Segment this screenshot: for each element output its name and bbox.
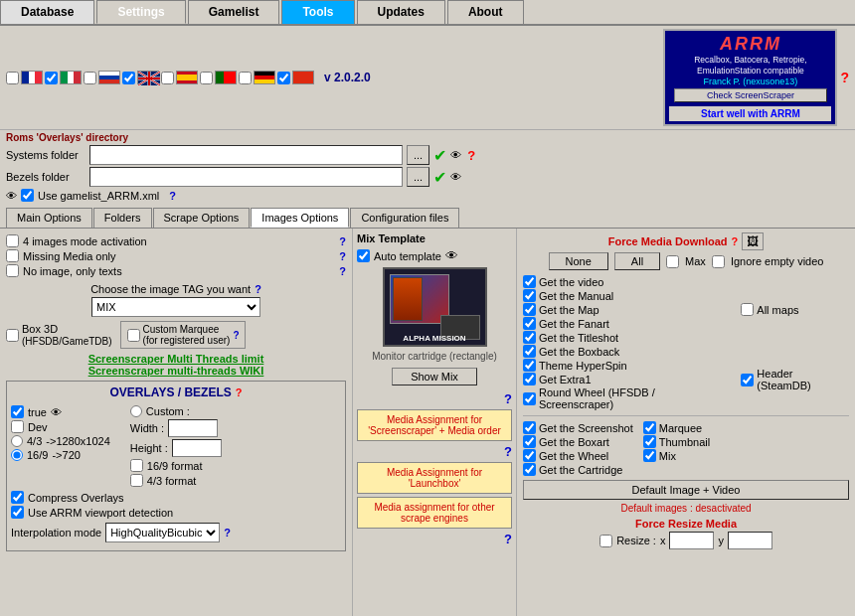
bezels-eye-icon[interactable]: 👁 [450,171,461,183]
viewport-checkbox[interactable] [11,506,24,519]
tab-main-options[interactable]: Main Options [6,208,92,228]
xml-eye-icon[interactable]: 👁 [6,190,17,202]
screenscraper-threads-link[interactable]: Screenscraper Multi Threads limit [6,353,346,365]
media-wheel-checkbox[interactable] [523,449,536,462]
media-marquee-checkbox[interactable] [643,421,656,434]
media-allmaps-checkbox[interactable] [741,303,754,316]
tab-database[interactable]: Database [0,0,94,24]
media-thumbnail-checkbox[interactable] [643,435,656,448]
tab-tools[interactable]: Tools [281,0,354,24]
tab-updates[interactable]: Updates [357,0,445,24]
media-boxback-checkbox[interactable] [523,345,536,358]
media-cartridge-checkbox[interactable] [523,463,536,476]
systems-folder-input[interactable]: e:\share\roms [89,145,403,165]
flag-checkbox-1[interactable] [6,72,19,84]
systems-help-icon[interactable]: ? [467,148,475,163]
width-label: Width : [130,422,164,434]
flag-checkbox-2[interactable] [45,72,58,84]
resize-x-input[interactable]: 640 [669,532,714,549]
resize-checkbox[interactable] [599,535,612,547]
width-input[interactable]: 1366 [168,419,218,437]
tab-settings[interactable]: Settings [96,0,185,24]
option-4images-help[interactable]: ? [339,235,346,247]
bezels-folder-input[interactable]: e:\share\ [89,167,403,187]
format169-checkbox[interactable] [130,459,143,472]
arrm-link[interactable]: Franck P. (nexusone13) [669,77,831,86]
media-mix-checkbox[interactable] [643,449,656,462]
main-content: 4 images mode activation ? Missing Media… [0,228,855,616]
option-noimage-checkbox[interactable] [6,264,19,277]
force-none-button[interactable]: None [549,252,608,270]
assign-screenscraper-button[interactable]: Media Assignment for 'Screenscraper' + M… [357,409,512,441]
systems-browse-button[interactable]: ... [407,145,429,165]
format43-checkbox[interactable] [130,474,143,487]
media-titleshot-checkbox[interactable] [523,331,536,344]
flag-checkbox-3[interactable] [84,72,96,84]
tab-config-files[interactable]: Configuration files [350,208,459,228]
screenscraper-wiki-link[interactable]: Screenscraper multi-threads WIKI [6,365,346,377]
assign-other-button[interactable]: Media assignment for other scrape engine… [357,497,512,529]
ignore-empty-checkbox[interactable] [712,255,725,268]
option-missing-help[interactable]: ? [339,250,346,262]
media-screenshot-checkbox[interactable] [523,421,536,434]
assign-launchbox-button[interactable]: Media Assignment for 'Launchbox' [357,462,512,494]
choose-tag-help[interactable]: ? [255,283,261,295]
systems-eye-icon[interactable]: 👁 [450,149,461,161]
flag-checkbox-7[interactable] [239,72,252,84]
media-roundwheel-checkbox[interactable] [523,392,536,405]
xml-checkbox[interactable] [21,189,34,202]
resize-y-input[interactable]: 480 [728,532,772,549]
overlays-help[interactable]: ? [236,386,243,398]
tab-folders[interactable]: Folders [93,208,152,228]
overlays-checkbox[interactable] [11,405,24,418]
tab-about[interactable]: About [447,0,524,24]
compress-checkbox[interactable] [11,491,24,504]
max-checkbox[interactable] [666,255,679,268]
media-hyperspin-checkbox[interactable] [523,359,536,372]
ratio43-radio[interactable] [11,435,23,447]
media-extra1-checkbox[interactable] [523,373,536,385]
force-media-help[interactable]: ? [732,235,739,247]
xml-help-icon[interactable]: ? [169,190,176,202]
option-missing-checkbox[interactable] [6,249,19,262]
custom-marquee-help[interactable]: ? [233,330,239,341]
show-mix-help[interactable]: ? [357,391,512,406]
media-map-checkbox[interactable] [523,303,536,316]
interp-help[interactable]: ? [224,527,231,539]
tab-images-options[interactable]: Images Options [251,208,349,228]
assign-other-help[interactable]: ? [357,532,512,546]
ratio169-radio[interactable] [11,449,23,461]
media-boxart-checkbox[interactable] [523,435,536,448]
bezels-browse-button[interactable]: ... [407,167,429,187]
flag-checkbox-8[interactable] [277,72,290,84]
height-input[interactable]: 768 [172,439,222,457]
media-manual-checkbox[interactable] [523,289,536,302]
auto-template-checkbox[interactable] [357,249,370,262]
force-all-button[interactable]: All [614,252,660,270]
interp-select[interactable]: HighQualityBicubic [105,523,220,542]
custom-marquee-checkbox[interactable] [127,329,140,342]
flag-checkbox-5[interactable] [161,72,174,84]
tag-select[interactable]: MIX IMAGE THUMBNAIL MARQUEE [91,297,260,317]
media-header-checkbox[interactable] [741,374,754,386]
auto-template-eye-icon[interactable]: 👁 [445,248,458,263]
preview-text: ALPHA MISSION [385,334,485,343]
media-fanart-checkbox[interactable] [523,317,536,330]
check-screenscraper-button[interactable]: Check ScreenScraper [674,88,828,102]
show-mix-button[interactable]: Show Mix [392,368,477,385]
tab-gamelist[interactable]: Gamelist [188,0,280,24]
overlays-eye-icon[interactable]: 👁 [51,406,62,418]
start-arrm-link[interactable]: Start well with ARRM [669,106,831,121]
option-noimage-help[interactable]: ? [339,265,346,277]
arrm-help-icon[interactable]: ? [840,70,849,85]
box3d-checkbox[interactable] [6,329,19,342]
flag-checkbox-6[interactable] [200,72,213,84]
tab-scrape-options[interactable]: Scrape Options [153,208,251,228]
flag-checkbox-4[interactable] [122,72,135,84]
custom-radio[interactable] [130,405,142,417]
dev-checkbox[interactable] [11,420,24,433]
default-image-video-button[interactable]: Default Image + Video [523,480,849,500]
media-video-checkbox[interactable] [523,275,536,288]
option-4images-checkbox[interactable] [6,234,19,247]
assign-ss-help[interactable]: ? [357,444,512,459]
